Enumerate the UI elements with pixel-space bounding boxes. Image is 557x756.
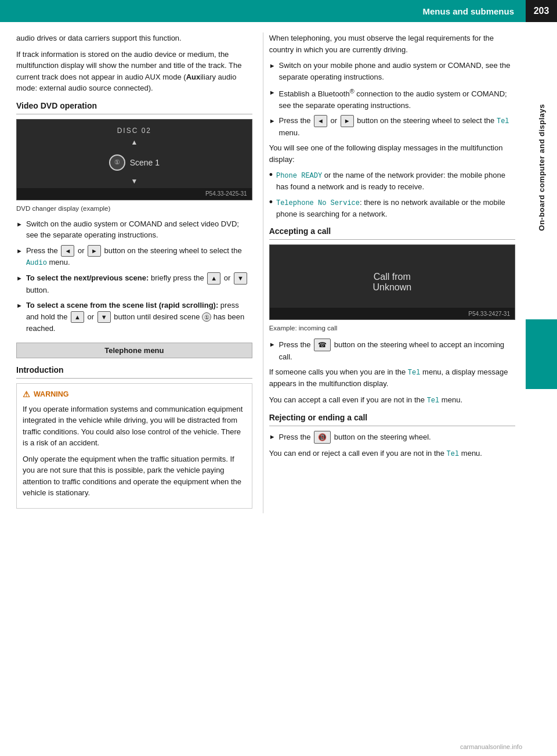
dvd-bullet-1: ► Switch on the audio system or COMAND a…	[16, 218, 252, 241]
right-bullet-2: ► Establish a Bluetooth® connection to t…	[269, 87, 515, 111]
intro-text-1: audio drives or data carriers support th…	[16, 33, 252, 44]
dvd-bullet-3: ► To select the next/previous scene: bri…	[16, 272, 252, 296]
dvd-scene-text: Scene 1	[130, 158, 160, 167]
dvd-display-image: DISC 02 ▲ ① Scene 1 ▼ P54.33-2425-31	[16, 119, 252, 200]
call-caption: Example: incoming call	[269, 323, 515, 333]
reject-call-text: Press the 📵 button on the steering wheel…	[279, 431, 515, 444]
right-btn-icon-r: ►	[341, 115, 354, 127]
call-from-text: Call from	[374, 272, 411, 282]
dvd-bullet-2: ► Press the ◄ or ► button on the steerin…	[16, 245, 252, 269]
divider-2	[16, 378, 252, 379]
dvd-bullet-4: ► To select a scene from the scene list …	[16, 300, 252, 334]
audio-menu-label: Audio	[26, 259, 47, 267]
divider-1	[16, 114, 252, 114]
accept-call-text: Press the ☎ button on the steering wheel…	[279, 339, 515, 363]
down-btn-icon: ▼	[234, 272, 247, 285]
rejecting-call-heading: Rejecting or ending a call	[269, 413, 515, 422]
telephone-menu-box: Telephone menu	[16, 343, 252, 358]
dot-item-2-text: Telephone No Service: there is no networ…	[276, 197, 515, 220]
dvd-circle-icon: ①	[109, 154, 125, 171]
left-btn-icon: ◄	[61, 245, 74, 257]
dot-bullet-icon-1: •	[269, 167, 273, 183]
dvd-down-arrow-icon: ▼	[131, 177, 138, 185]
dvd-up-arrow-icon: ▲	[131, 138, 138, 146]
dot-item-1: • Phone READY or the name of the network…	[269, 170, 515, 193]
header-title: Menus and submenus	[0, 6, 526, 16]
warning-triangle-icon: ⚠	[23, 388, 30, 401]
up-btn-icon-2: ▲	[71, 311, 84, 323]
right-bullet-1: ► Switch on your mobile phone and audio …	[269, 60, 515, 82]
dot-item-2: • Telephone No Service: there is no netw…	[269, 197, 515, 220]
right-bullet-1-text: Switch on your mobile phone and audio sy…	[279, 60, 515, 82]
tel-menu-msg-text: If someone calls you when you are in the…	[269, 366, 515, 390]
reject-call-bullet: ► Press the 📵 button on the steering whe…	[269, 431, 515, 444]
intro-text-2: If track information is stored on the au…	[16, 49, 252, 94]
left-btn-icon-r: ◄	[314, 115, 327, 127]
sidebar-label: On-board computer and displays	[526, 22, 557, 312]
telephone-no-service-text: Telephone No Service	[276, 199, 360, 207]
bullet-arrow-icon: ►	[269, 61, 276, 71]
accept-call-bullet: ► Press the ☎ button on the steering whe…	[269, 339, 515, 363]
divider-3	[269, 239, 515, 240]
dot-bullet-icon-2: •	[269, 195, 273, 210]
right-bullet-3: ► Press the ◄ or ► button on the steerin…	[269, 115, 515, 138]
dvd-scene-row: ① Scene 1	[109, 154, 160, 171]
tel-menu-label: Tel	[497, 117, 509, 125]
tel-label-2: Tel	[427, 397, 440, 405]
call-watermark: P54.33-2427-31	[270, 308, 515, 319]
warning-box: ⚠ WARNING If you operate information sys…	[16, 383, 252, 509]
right-bullet-3-text: Press the ◄ or ► button on the steering …	[279, 115, 515, 138]
accepting-call-heading: Accepting a call	[269, 226, 515, 236]
page-number: 203	[526, 0, 557, 22]
bullet-arrow-icon: ►	[269, 116, 276, 126]
dvd-disc-label: DISC 02	[117, 127, 151, 135]
phone-ready-text: Phone READY	[276, 172, 322, 180]
bullet-arrow-icon: ►	[16, 246, 23, 256]
accept-anywhere-text: You can accept a call even if you are no…	[269, 394, 515, 406]
dvd-bullet-2-text: Press the ◄ or ► button on the steering …	[26, 245, 252, 269]
dvd-caption: DVD changer display (example)	[16, 204, 252, 214]
tel-label-1: Tel	[408, 369, 421, 377]
bullet-arrow-icon: ►	[16, 301, 23, 311]
display-msg-intro: You will see one of the following displa…	[269, 142, 515, 165]
bullet-arrow-icon: ►	[269, 340, 276, 350]
phone-end-icon: 📵	[314, 431, 331, 444]
bullet-arrow-icon: ►	[16, 273, 23, 283]
dot-item-1-text: Phone READY or the name of the network p…	[276, 170, 515, 193]
dvd-bullet-4-text: To select a scene from the scene list (r…	[26, 300, 252, 334]
sidebar-label-text: On-board computer and displays	[537, 104, 546, 231]
up-btn-icon: ▲	[207, 272, 220, 285]
video-dvd-heading: Video DVD operation	[16, 101, 252, 110]
warning-text-2: Only operate the equipment when the traf…	[23, 453, 246, 499]
bullet-arrow-icon: ►	[269, 88, 276, 98]
watermark: carmanualsonline.info	[460, 743, 522, 750]
divider-4	[269, 426, 515, 426]
introduction-heading: Introduction	[16, 365, 252, 375]
content-area: audio drives or data carriers support th…	[0, 22, 526, 513]
left-column: audio drives or data carriers support th…	[0, 33, 263, 513]
warning-text-1: If you operate information systems and c…	[23, 404, 246, 449]
tel-label-3: Tel	[447, 450, 460, 458]
bullet-arrow-icon: ►	[269, 432, 276, 442]
sidebar-accent-bar	[526, 319, 557, 389]
reject-anywhere-text: You can end or reject a call even if you…	[269, 448, 515, 459]
down-btn-icon-2: ▼	[97, 311, 111, 323]
unknown-text: Unknown	[372, 282, 411, 293]
right-column: When telephoning, you must observe the l…	[263, 33, 526, 513]
call-display-image: Call from Unknown P54.33-2427-31	[269, 244, 515, 320]
dvd-watermark: P54.33-2425-31	[17, 188, 252, 200]
phone-accept-icon: ☎	[314, 339, 331, 351]
bullet-arrow-icon: ►	[16, 219, 23, 229]
right-intro-text: When telephoning, you must observe the l…	[269, 33, 515, 55]
right-bullet-2-text: Establish a Bluetooth® connection to the…	[279, 87, 515, 111]
dvd-bullet-3-text: To select the next/previous scene: brief…	[26, 272, 252, 296]
warning-label: WARNING	[34, 389, 68, 400]
dvd-bullet-1-text: Switch on the audio system or COMAND and…	[26, 218, 252, 241]
right-btn-icon: ►	[88, 245, 101, 257]
header-bar: Menus and submenus 203	[0, 0, 557, 22]
warning-title: ⚠ WARNING	[23, 388, 246, 401]
